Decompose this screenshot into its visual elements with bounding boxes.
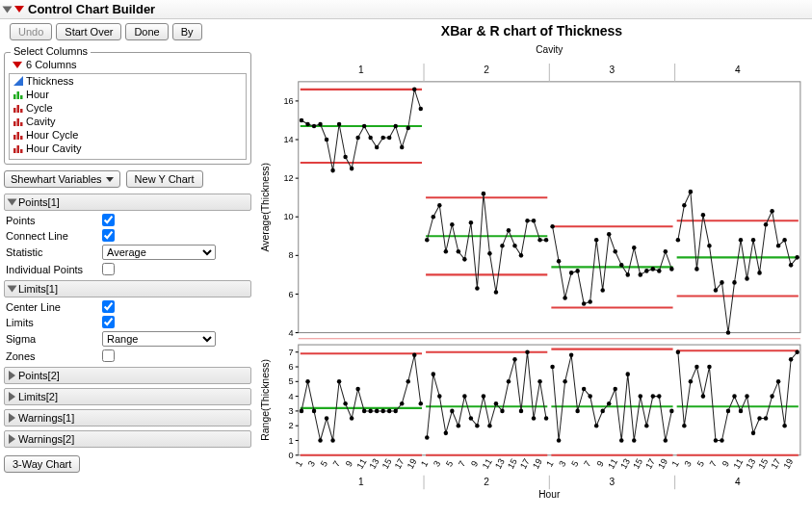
connect-line-checkbox[interactable] — [102, 229, 115, 242]
svg-point-82 — [375, 145, 379, 150]
warnings1-header[interactable]: Warnings[1] — [4, 409, 251, 427]
svg-point-89 — [419, 107, 423, 112]
svg-point-145 — [714, 288, 718, 293]
svg-point-228 — [550, 365, 554, 370]
svg-text:8: 8 — [289, 250, 294, 260]
hotspot-icon[interactable] — [14, 6, 24, 13]
column-item[interactable]: Cycle — [10, 101, 246, 115]
three-way-chart-button[interactable]: 3-Way Chart — [4, 455, 80, 473]
svg-point-98 — [457, 249, 460, 254]
svg-text:2: 2 — [484, 477, 489, 487]
svg-text:11: 11 — [355, 457, 369, 471]
control-chart[interactable]: CavityHour1122334446810121416Average(Thi… — [257, 39, 806, 517]
svg-point-134 — [664, 249, 668, 254]
svg-point-111 — [537, 238, 541, 243]
limits-checkbox[interactable] — [102, 316, 115, 328]
svg-point-243 — [644, 424, 648, 428]
svg-point-206 — [494, 401, 498, 406]
individual-points-label: Individual Points — [6, 264, 102, 275]
done-button[interactable]: Done — [125, 23, 168, 40]
svg-point-271 — [739, 409, 743, 414]
dropdown-arrow-icon — [106, 177, 114, 182]
nominal-icon — [13, 103, 23, 113]
column-item[interactable]: Thickness — [10, 74, 246, 88]
column-item[interactable]: Cavity — [10, 115, 246, 128]
svg-text:13: 13 — [618, 457, 632, 471]
svg-point-164 — [312, 409, 316, 414]
svg-text:15: 15 — [631, 457, 644, 471]
by-button[interactable]: By — [172, 23, 202, 40]
limits2-header[interactable]: Limits[2] — [4, 388, 251, 405]
svg-text:11: 11 — [732, 457, 746, 471]
svg-point-151 — [751, 238, 755, 243]
svg-point-272 — [745, 394, 748, 399]
svg-point-112 — [544, 238, 548, 243]
svg-point-154 — [770, 209, 773, 214]
nominal-icon — [13, 116, 23, 126]
svg-text:7: 7 — [457, 459, 467, 469]
zones-checkbox[interactable] — [102, 349, 115, 362]
svg-point-245 — [657, 394, 661, 399]
column-list[interactable]: ThicknessHourCycleCavityHour CycleHour C… — [9, 73, 247, 160]
statistic-select[interactable]: Average — [102, 245, 216, 260]
svg-rect-8 — [17, 118, 20, 126]
points-checkbox[interactable] — [102, 214, 115, 226]
svg-text:3: 3 — [610, 65, 616, 75]
svg-text:9: 9 — [469, 459, 480, 469]
svg-text:3: 3 — [557, 459, 567, 469]
svg-rect-3 — [20, 95, 23, 99]
svg-point-70 — [300, 118, 303, 123]
svg-text:9: 9 — [720, 459, 731, 469]
svg-text:4: 4 — [289, 392, 294, 401]
svg-point-202 — [469, 416, 473, 421]
svg-point-94 — [432, 215, 435, 220]
points2-header[interactable]: Points[2] — [4, 367, 251, 384]
svg-point-212 — [532, 416, 536, 421]
svg-point-157 — [789, 263, 793, 268]
svg-point-277 — [776, 379, 780, 384]
svg-point-133 — [657, 269, 661, 273]
svg-point-274 — [757, 416, 761, 421]
select-columns-legend: Select Columns — [11, 45, 91, 57]
svg-text:4: 4 — [735, 65, 741, 75]
disclose-icon[interactable] — [3, 6, 13, 13]
svg-text:2: 2 — [484, 65, 489, 75]
new-y-chart-button[interactable]: New Y Chart — [126, 170, 203, 188]
svg-point-143 — [701, 213, 705, 218]
limits1-header[interactable]: Limits[1] — [4, 280, 251, 297]
column-item[interactable]: Hour — [10, 88, 246, 101]
center-line-checkbox[interactable] — [102, 300, 115, 313]
chart-type-dropdown[interactable]: Shewhart Variables — [4, 170, 120, 188]
columns-hotspot-icon[interactable] — [13, 62, 22, 68]
column-item[interactable]: Hour Cycle — [10, 128, 246, 142]
svg-text:19: 19 — [656, 457, 669, 471]
column-item[interactable]: Hour Cavity — [10, 142, 246, 155]
limits-label: Limits — [6, 317, 102, 328]
disclose-icon — [9, 413, 15, 423]
svg-point-235 — [594, 424, 598, 428]
svg-text:16: 16 — [283, 96, 293, 106]
svg-point-117 — [557, 259, 561, 264]
svg-rect-11 — [17, 132, 20, 140]
points1-header[interactable]: Points[1] — [4, 194, 251, 211]
svg-point-204 — [482, 394, 485, 399]
svg-text:1: 1 — [358, 477, 364, 487]
start-over-button[interactable]: Start Over — [56, 23, 121, 40]
svg-point-174 — [375, 409, 379, 414]
individual-points-checkbox[interactable] — [102, 263, 115, 275]
sigma-select[interactable]: Range — [102, 331, 216, 347]
svg-point-158 — [795, 255, 799, 260]
svg-point-99 — [462, 257, 466, 262]
column-count-label: 6 Columns — [26, 59, 77, 70]
svg-point-229 — [557, 438, 561, 443]
svg-point-205 — [487, 424, 491, 428]
svg-text:6: 6 — [289, 362, 294, 372]
svg-text:12: 12 — [283, 173, 293, 183]
svg-text:0: 0 — [289, 451, 294, 460]
undo-button[interactable]: Undo — [10, 23, 52, 40]
warnings2-header[interactable]: Warnings[2] — [4, 430, 251, 448]
svg-point-173 — [368, 409, 372, 414]
svg-rect-1 — [13, 94, 16, 99]
svg-point-209 — [512, 357, 516, 362]
svg-text:3: 3 — [289, 406, 294, 416]
